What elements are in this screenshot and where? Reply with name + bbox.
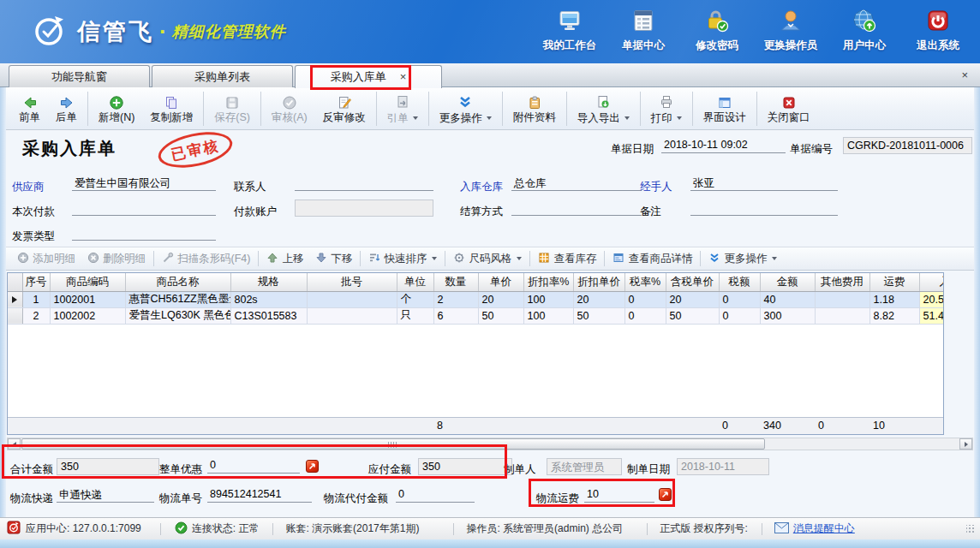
- col-header[interactable]: 其他费用: [815, 273, 869, 291]
- freight-field[interactable]: 10: [584, 487, 654, 503]
- col-header[interactable]: 运费: [869, 273, 919, 291]
- nav-user-center[interactable]: 用户中心: [836, 8, 893, 53]
- add-row-icon: [17, 252, 29, 266]
- tab-function-nav[interactable]: 功能导航窗: [9, 65, 150, 87]
- col-header[interactable]: 税率%: [624, 273, 666, 291]
- col-header[interactable]: 批号: [307, 273, 397, 291]
- more-actions-button[interactable]: 更多操作: [432, 90, 499, 128]
- settle-field[interactable]: [511, 200, 642, 216]
- scroll-right-button[interactable]: [959, 438, 972, 450]
- move-down-button[interactable]: 下移: [309, 252, 358, 266]
- tab-strip: 功能导航窗 采购单列表 采购入库单× ×: [0, 63, 980, 87]
- nav-my-workspace[interactable]: 我的工作台: [541, 8, 598, 53]
- brand: 信管飞 · 精细化管理软件: [29, 10, 286, 53]
- message-center-link[interactable]: 消息提醒中心: [793, 521, 855, 536]
- col-header[interactable]: 数量: [433, 273, 478, 291]
- tab-purchase-inbound[interactable]: 采购入库单×: [295, 65, 442, 88]
- table-row[interactable]: 1 1002001 惠普CH561ZZ黑色墨盒 802s 个 2 20 100 …: [8, 291, 944, 307]
- horizontal-scrollbar[interactable]: [7, 438, 973, 450]
- operator-icon: [778, 8, 804, 36]
- grid-more-actions-button[interactable]: 更多操作: [702, 252, 783, 266]
- tracking-no-field[interactable]: 894512412541: [207, 487, 312, 503]
- resize-grip: [966, 525, 975, 533]
- col-header[interactable]: 规格: [230, 273, 307, 291]
- pull-doc-button[interactable]: 引单: [379, 90, 426, 128]
- tab-close-icon[interactable]: ×: [400, 70, 407, 83]
- col-header[interactable]: 单位: [397, 273, 433, 291]
- audit-button[interactable]: 审核(A): [264, 91, 315, 127]
- nav-change-password[interactable]: 修改密码: [689, 8, 745, 53]
- warehouse-label: 入库仓库: [460, 180, 503, 194]
- delete-row-button[interactable]: 删除明细: [81, 252, 152, 266]
- unaudit-button[interactable]: 反审修改: [315, 91, 373, 127]
- doc-date-label: 单据日期: [611, 142, 654, 157]
- nav-document-center[interactable]: 单据中心: [615, 8, 672, 53]
- scan-barcode-button[interactable]: 扫描条形码(F4): [156, 252, 256, 266]
- payable-amount-label: 应付金额: [368, 462, 411, 477]
- next-doc-button[interactable]: 后单: [48, 91, 85, 127]
- print-button[interactable]: 打印: [643, 90, 690, 128]
- import-export-button[interactable]: 导入导出: [570, 90, 637, 128]
- remark-field[interactable]: [690, 200, 838, 216]
- col-header[interactable]: 金额: [760, 273, 815, 291]
- discount-apply-button[interactable]: [306, 460, 319, 473]
- prev-doc-button[interactable]: 前单: [11, 91, 48, 127]
- discount-field[interactable]: 0: [207, 458, 300, 474]
- close-window-button[interactable]: 关闭窗口: [760, 91, 818, 127]
- col-header[interactable]: 商品编码: [50, 273, 125, 291]
- attachments-button[interactable]: 附件资料: [505, 91, 564, 127]
- col-header[interactable]: 折扣率%: [523, 273, 573, 291]
- grid-header-row: 序号 商品编码 商品名称 规格 批号 单位 数量 单价 折扣率% 折扣单价 税率…: [8, 273, 944, 291]
- col-header[interactable]: 序号: [22, 273, 50, 291]
- col-header[interactable]: 单价: [478, 273, 523, 291]
- handler-field[interactable]: 张亚: [690, 176, 838, 191]
- quick-sort-button[interactable]: 快速排序: [362, 252, 443, 266]
- nav-exit-system[interactable]: 退出系统: [910, 8, 966, 53]
- freight-apply-button[interactable]: [659, 488, 672, 501]
- view-product-detail-button[interactable]: 查看商品详情: [607, 252, 698, 266]
- courier-field[interactable]: 申通快递: [57, 487, 154, 503]
- col-header[interactable]: 折扣单价: [573, 273, 624, 291]
- lock-icon: [704, 8, 730, 36]
- app-center-icon: [7, 521, 21, 537]
- tabstrip-close-icon[interactable]: ×: [961, 68, 968, 81]
- arrow-right-icon: [59, 93, 75, 110]
- payment-field[interactable]: [72, 200, 216, 216]
- col-header[interactable]: 税额: [719, 273, 760, 291]
- contact-field[interactable]: [295, 176, 433, 191]
- new-button[interactable]: 新增(N): [91, 91, 142, 127]
- size-style-button[interactable]: 尺码风格: [447, 252, 528, 266]
- copy-icon: [164, 93, 179, 110]
- pay-account-field: [295, 200, 433, 217]
- cod-amount-field[interactable]: 0: [396, 487, 475, 503]
- save-button[interactable]: 保存(S): [206, 91, 258, 127]
- create-date-field: 2018-10-11: [677, 458, 769, 475]
- move-up-button[interactable]: 上移: [260, 252, 309, 266]
- col-header[interactable]: 商品名称: [125, 273, 230, 291]
- connected-icon: [175, 521, 188, 537]
- supplier-field[interactable]: 爱普生中国有限公司: [72, 176, 216, 191]
- ui-design-button[interactable]: 界面设计: [696, 91, 754, 127]
- warehouse-field[interactable]: 总仓库: [511, 176, 642, 191]
- add-row-button[interactable]: 添加明细: [11, 252, 81, 266]
- brand-logo-icon: [29, 10, 69, 53]
- payable-amount-field: 350: [418, 458, 512, 475]
- scroll-left-button[interactable]: [8, 438, 21, 450]
- invoice-type-field[interactable]: [72, 225, 216, 241]
- summary-qty: 8: [433, 417, 478, 434]
- copy-new-button[interactable]: 复制新增: [142, 91, 200, 127]
- grid-toolbar: 添加明细 删除明细 扫描条形码(F4) 上移 下移 快速排序 尺码风格 查看库存…: [0, 247, 980, 271]
- total-amount-field: 350: [57, 458, 159, 475]
- col-header[interactable]: 含税单价: [666, 273, 719, 291]
- tab-purchase-list[interactable]: 采购单列表: [152, 65, 293, 87]
- clipboard-icon: [527, 93, 542, 110]
- double-chevron-down-icon: [457, 92, 473, 110]
- scrollbar-thumb[interactable]: [21, 438, 765, 450]
- add-circle-icon: [109, 93, 124, 110]
- doc-date-field[interactable]: 2018-10-11 09:02: [661, 138, 786, 153]
- table-row[interactable]: 2 1002002 爱普生LQ630K 黑色色 C13S015583 只 6 5…: [8, 307, 944, 324]
- col-header[interactable]: 入库: [919, 273, 944, 291]
- view-stock-button[interactable]: 查看库存: [532, 252, 602, 266]
- summary-tax: 0: [719, 417, 760, 434]
- nav-switch-operator[interactable]: 更换操作员: [762, 8, 819, 53]
